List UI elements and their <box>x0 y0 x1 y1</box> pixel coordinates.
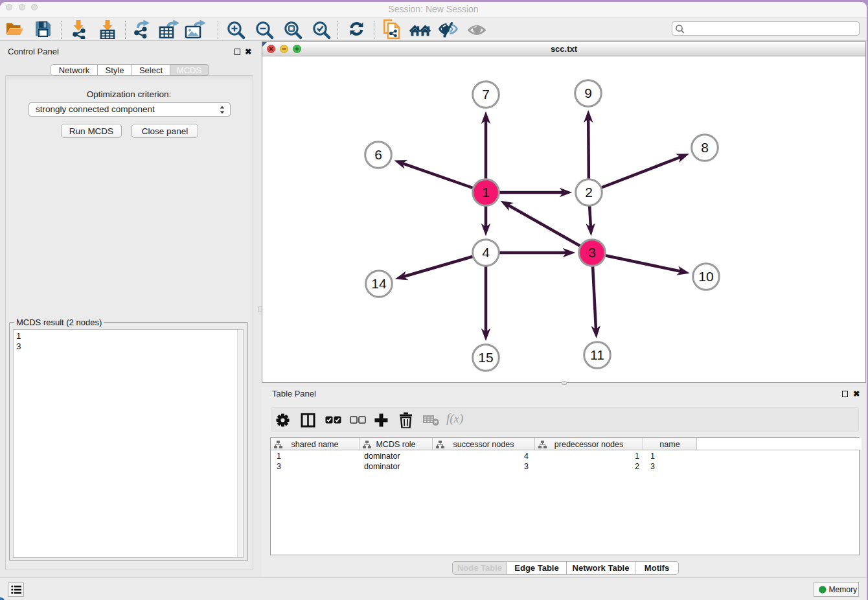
svg-text:14: 14 <box>371 276 387 291</box>
svg-text:1: 1 <box>482 185 490 200</box>
svg-text:2: 2 <box>585 185 593 200</box>
svg-text:6: 6 <box>374 147 382 162</box>
svg-text:15: 15 <box>478 350 493 365</box>
svg-text:11: 11 <box>590 347 604 362</box>
svg-text:4: 4 <box>482 245 490 260</box>
svg-text:3: 3 <box>588 245 596 260</box>
svg-text:10: 10 <box>698 269 713 284</box>
svg-text:9: 9 <box>584 86 592 100</box>
svg-text:7: 7 <box>482 87 490 102</box>
svg-text:Memory: Memory <box>828 585 858 594</box>
svg-text:8: 8 <box>701 140 709 155</box>
